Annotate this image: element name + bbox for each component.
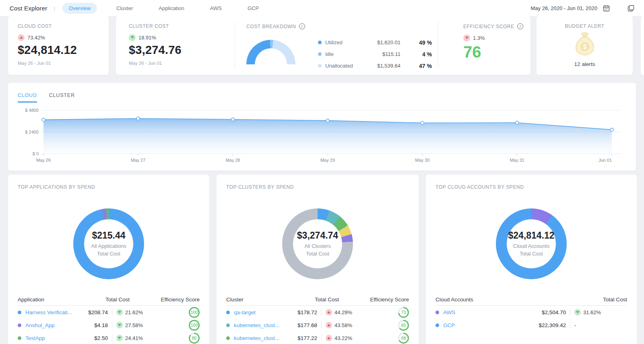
row-name-link[interactable]: kubernetes_clust... xyxy=(234,335,279,341)
trend-percent: 21.62% xyxy=(125,309,143,315)
legend-color-dot xyxy=(318,52,322,56)
trend-up-arrow-icon xyxy=(327,337,330,339)
column-header: Efficiency Score xyxy=(365,297,409,303)
column-header: Total Cost xyxy=(79,297,156,303)
donut-center: $215.44 All Applications Total Cost xyxy=(84,219,133,268)
row-name-link[interactable]: GCP xyxy=(443,322,455,328)
column-header: Cluster xyxy=(226,297,288,303)
trend-percent: 44.29% xyxy=(334,309,352,315)
card-title: EFFICIENCY SCORE xyxy=(463,24,514,29)
row-name-cell: AWS xyxy=(436,309,529,315)
calendar-icon[interactable] xyxy=(603,5,610,12)
nav-tab-aws[interactable]: AWS xyxy=(204,3,228,14)
row-name-cell: GCP xyxy=(436,322,529,328)
trend-up-badge xyxy=(326,309,332,315)
trend-down-arrow-icon xyxy=(131,36,134,39)
nav-tab-application[interactable]: Application xyxy=(152,3,191,14)
trend-down-arrow-icon xyxy=(465,37,469,39)
row-name-link[interactable]: TestApp xyxy=(25,335,45,341)
chart-point[interactable] xyxy=(421,122,424,125)
card-title: TOP CLOUD ACCOUNTS BY SPEND xyxy=(436,184,627,190)
trend-down-arrow-icon xyxy=(118,337,121,339)
y-axis-tick-label: $ 0 xyxy=(33,151,39,156)
table-header: Cloud AccountsTotal Cost xyxy=(436,294,627,306)
trend-percent: 31.62% xyxy=(583,309,601,315)
row-name-cell: Anshul_App xyxy=(18,322,79,328)
series-color-dot xyxy=(226,336,230,340)
trend-percent: 1.3% xyxy=(473,35,485,41)
chart-point[interactable] xyxy=(136,117,140,120)
nav-tabs: OverviewClusterApplicationAWSGCP xyxy=(62,3,265,14)
row-total-cost: $178.72 xyxy=(288,309,317,315)
row-score-cell: 73 xyxy=(398,307,409,318)
row-name-cell: kubernetes_clust... xyxy=(226,322,288,328)
row-total-cost: $2.50 xyxy=(79,335,108,341)
chart-tab-cloud[interactable]: CLOUD xyxy=(18,93,37,103)
row-cost-cell: $22,309.42- xyxy=(529,322,627,328)
divider xyxy=(570,322,570,328)
row-name-link[interactable]: qa-target xyxy=(234,309,256,315)
area-fill xyxy=(43,118,612,154)
table-row: GCP$22,309.42- xyxy=(436,319,627,332)
spend-trend-chart: $ 4800$ 2400$ 0May 26May 27May 28May 29M… xyxy=(8,104,632,170)
legend-amount: $1,620.01 xyxy=(374,39,400,45)
chart-point[interactable] xyxy=(231,118,235,121)
row-score-cell: 100 xyxy=(189,307,200,318)
nav-tab-cluster[interactable]: Cluster xyxy=(110,3,139,14)
row-name-link[interactable]: AWS xyxy=(443,309,455,315)
table-row: AWS$2,504.7031.62% xyxy=(436,306,627,319)
chart-point[interactable] xyxy=(516,121,519,124)
row-total-cost: $4.18 xyxy=(79,322,108,328)
row-name-cell: kubernetes_clust... xyxy=(226,335,288,341)
efficiency-score-section: EFFICIENCY SCORE i 1.3% 76 xyxy=(438,16,530,75)
row-trend: 44.29% xyxy=(326,309,352,315)
nav-divider: | xyxy=(54,5,55,11)
cluster-cost-period: May 26 - Jun 01 xyxy=(129,61,225,66)
efficiency-score-ring: 68 xyxy=(398,333,409,344)
spend-trend-card: CLOUDCLUSTER $ 4800$ 2400$ 0May 26May 27… xyxy=(8,83,636,171)
series-color-dot xyxy=(436,323,439,327)
trend-up-badge xyxy=(18,34,25,41)
info-icon[interactable]: i xyxy=(299,23,305,29)
row-trend: - xyxy=(574,322,576,328)
trend-up-arrow-icon xyxy=(20,36,23,39)
chart-point[interactable] xyxy=(42,118,45,122)
divider xyxy=(321,322,322,328)
info-icon[interactable]: i xyxy=(517,23,523,29)
nav-tab-gcp[interactable]: GCP xyxy=(241,3,265,14)
nav-tab-overview[interactable]: Overview xyxy=(62,3,97,14)
table-row: kubernetes_clust...$177.2243.22%68 xyxy=(226,332,409,344)
chart-point[interactable] xyxy=(326,119,329,122)
budget-alerts-count: 12 alerts xyxy=(574,61,595,67)
row-cost-cell: $177.2243.22% xyxy=(288,335,365,341)
efficiency-score-value: 76 xyxy=(463,44,530,60)
app-title: Cost Explorer xyxy=(10,5,47,12)
row-name-link[interactable]: Harness Verificati... xyxy=(25,309,72,315)
legend-color-dot xyxy=(318,64,322,68)
donut-subtitle: All Clusters xyxy=(304,243,331,250)
row-trend: 24.41% xyxy=(116,335,143,341)
efficiency-score-ring: 65 xyxy=(398,320,409,331)
row-cost-cell: $178.7244.29% xyxy=(288,309,365,315)
row-name-link[interactable]: Anshul_App xyxy=(25,322,55,328)
y-axis-tick-label: $ 4800 xyxy=(25,108,39,113)
next-card-sliver xyxy=(641,16,644,75)
table-body: AWS$2,504.7031.62%GCP$22,309.42- xyxy=(436,306,627,332)
chart-point[interactable] xyxy=(610,128,613,131)
legend-label: Unallocated xyxy=(325,63,374,69)
trend-down-badge xyxy=(129,34,136,41)
trend-down-arrow-icon xyxy=(576,311,579,313)
row-score-cell: 86 xyxy=(189,333,200,344)
trend-percent: 24.41% xyxy=(125,335,143,341)
row-cost-cell: $2,504.7031.62% xyxy=(529,309,627,315)
row-name-link[interactable]: kubernetes_clust... xyxy=(234,322,279,328)
trend-down-badge xyxy=(463,35,470,41)
legend-percent: 4 % xyxy=(400,51,432,58)
legend-row: Utilized$1,620.0149 % xyxy=(318,37,432,48)
chart-tab-cluster[interactable]: CLUSTER xyxy=(49,93,75,103)
summary-multi-card: CLUSTER COST 18.91% $3,274.76 May 26 - J… xyxy=(116,16,530,75)
applications-donut-chart: $215.44 All Applications Total Cost xyxy=(73,208,144,279)
trend-up-arrow-icon xyxy=(327,324,330,326)
overlap-window-icon[interactable] xyxy=(627,5,634,12)
trend-up-badge xyxy=(326,322,332,328)
